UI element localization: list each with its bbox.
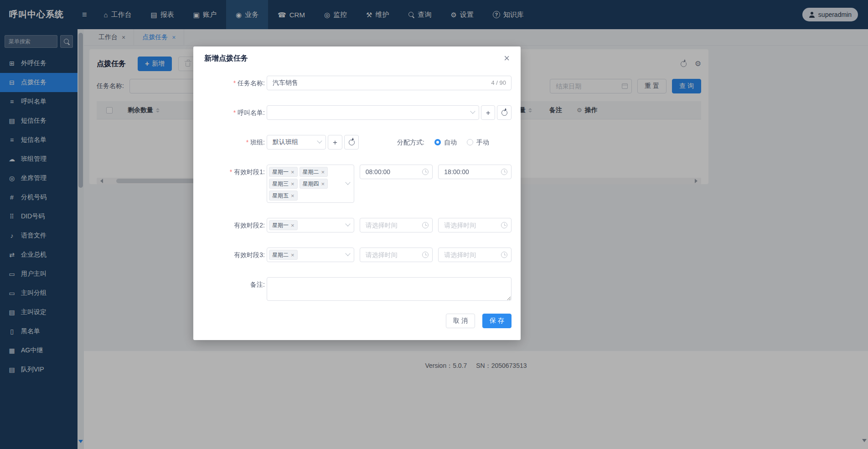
period3-end-time[interactable]	[438, 248, 512, 262]
radio-icon[interactable]	[467, 139, 473, 145]
field-label: 任务名称:	[238, 79, 265, 87]
radio-manual[interactable]: 手动	[467, 135, 489, 150]
start-time-input[interactable]	[360, 248, 433, 262]
char-counter: 4 / 90	[491, 76, 506, 90]
start-time-input[interactable]	[360, 165, 433, 179]
weekday-tag: 星期一×	[269, 167, 298, 177]
chevron-down-icon	[345, 251, 350, 256]
assign-mode-label: 分配方式:	[397, 135, 424, 150]
save-button-label: 保 存	[490, 317, 504, 325]
start-time-input[interactable]	[360, 218, 433, 232]
task-name-input[interactable]	[267, 76, 512, 90]
refresh-icon	[349, 139, 355, 145]
tag-close-icon[interactable]: ×	[291, 181, 294, 187]
tag-label: 星期二	[303, 168, 319, 176]
team-select[interactable]: 默认班组	[267, 135, 326, 150]
call-list-select[interactable]	[267, 105, 479, 120]
add-dial-task-modal: 新增点拨任务 × *任务名称: 4 / 90 *呼叫名单: +	[193, 46, 521, 340]
page-root: 呼叫中心系统 ≡ ⌂ 工作台 ▤ 报表 ▣ 账户 ◉ 业务 ☎ CRM	[0, 0, 868, 449]
period3-weekday-select[interactable]: 星期二×	[267, 248, 354, 262]
field-label: 有效时段1:	[234, 168, 265, 175]
tag-label: 星期一	[272, 168, 289, 176]
tag-close-icon[interactable]: ×	[321, 169, 325, 175]
add-team-button[interactable]: +	[328, 135, 342, 150]
chevron-down-icon	[345, 221, 350, 226]
task-name-row: *任务名称: 4 / 90	[193, 76, 512, 90]
tag-close-icon[interactable]: ×	[291, 193, 294, 199]
plus-icon: +	[486, 109, 491, 117]
weekday-tag: 星期一×	[269, 220, 298, 230]
period3-row: 有效时段3: 星期二×	[193, 248, 512, 262]
refresh-call-list-button[interactable]	[497, 105, 512, 120]
period3-start-time[interactable]	[360, 248, 433, 262]
tag-close-icon[interactable]: ×	[291, 252, 294, 258]
tag-close-icon[interactable]: ×	[291, 222, 294, 228]
refresh-icon	[501, 110, 507, 116]
plus-icon: +	[333, 139, 337, 146]
tag-label: 星期三	[272, 180, 289, 188]
tag-label: 星期一	[272, 222, 289, 229]
cancel-button[interactable]: 取 消	[446, 314, 475, 328]
required-asterisk: *	[230, 168, 232, 175]
period1-start-time[interactable]	[360, 165, 433, 179]
weekday-tag: 星期五×	[269, 191, 298, 201]
field-label: 备注:	[250, 281, 265, 288]
period2-end-time[interactable]	[438, 218, 512, 232]
weekday-tag: 星期二×	[300, 167, 328, 177]
clock-icon	[501, 169, 507, 175]
team-row: *班组: 默认班组 + 分配方式: 自动 手动	[193, 135, 512, 150]
end-time-input[interactable]	[438, 218, 512, 232]
required-asterisk: *	[246, 139, 248, 146]
period1-row: *有效时段1: 星期一× 星期二× 星期三× 星期四× 星期五×	[193, 165, 512, 203]
period2-weekday-select[interactable]: 星期一×	[267, 218, 354, 232]
tag-label: 星期四	[303, 180, 319, 188]
tag-close-icon[interactable]: ×	[291, 169, 294, 175]
add-call-list-button[interactable]: +	[481, 105, 496, 120]
required-asterisk: *	[233, 109, 236, 116]
radio-auto[interactable]: 自动	[434, 135, 457, 150]
modal-title: 新增点拨任务	[204, 54, 248, 63]
radio-label: 手动	[476, 135, 489, 150]
field-label: 班组:	[250, 139, 265, 146]
clock-icon	[501, 222, 507, 228]
radio-label: 自动	[444, 135, 457, 150]
field-label: 有效时段2:	[234, 222, 265, 229]
weekday-tag: 星期三×	[269, 179, 298, 189]
period2-row: 有效时段2: 星期一×	[193, 218, 512, 232]
cancel-button-label: 取 消	[453, 317, 468, 325]
chevron-down-icon	[345, 180, 350, 185]
period1-end-time[interactable]	[438, 165, 512, 179]
end-time-input[interactable]	[438, 248, 512, 262]
chevron-down-icon	[470, 108, 475, 114]
chevron-down-icon	[317, 138, 322, 143]
end-time-input[interactable]	[438, 165, 512, 179]
weekday-tag: 星期二×	[269, 250, 298, 260]
weekday-tag: 星期四×	[300, 179, 328, 189]
tag-label: 星期五	[272, 192, 289, 200]
field-label: 有效时段3:	[234, 251, 265, 258]
save-button[interactable]: 保 存	[482, 314, 512, 328]
field-label: 呼叫名单:	[238, 109, 265, 116]
tag-close-icon[interactable]: ×	[321, 181, 325, 187]
refresh-team-button[interactable]	[344, 135, 359, 150]
select-value: 默认班组	[273, 138, 298, 146]
period1-weekday-select[interactable]: 星期一× 星期二× 星期三× 星期四× 星期五×	[267, 165, 354, 203]
required-asterisk: *	[233, 79, 236, 87]
modal-close-icon[interactable]: ×	[504, 53, 510, 63]
tag-label: 星期二	[272, 251, 289, 259]
remark-textarea[interactable]	[267, 277, 512, 301]
radio-icon[interactable]	[434, 139, 441, 145]
period2-start-time[interactable]	[360, 218, 433, 232]
call-list-row: *呼叫名单: +	[193, 105, 512, 120]
clock-icon	[501, 252, 507, 258]
remark-row: 备注:	[193, 277, 512, 301]
